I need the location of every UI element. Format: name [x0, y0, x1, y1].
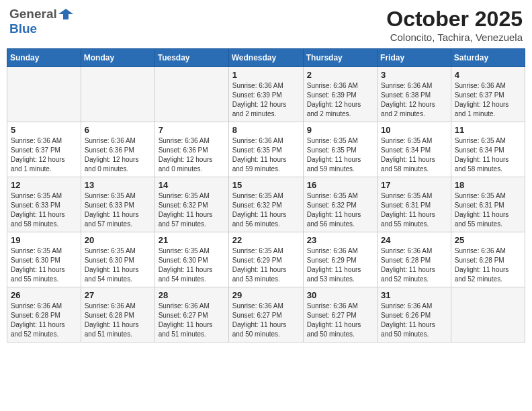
calendar-cell: 27Sunrise: 6:36 AM Sunset: 6:28 PM Dayli…: [81, 287, 154, 342]
day-info: Sunrise: 6:36 AM Sunset: 6:39 PM Dayligh…: [232, 82, 287, 118]
day-info: Sunrise: 6:36 AM Sunset: 6:27 PM Dayligh…: [307, 302, 361, 338]
day-number: 17: [381, 180, 447, 190]
day-info: Sunrise: 6:35 AM Sunset: 6:32 PM Dayligh…: [232, 192, 287, 228]
day-info: Sunrise: 6:35 AM Sunset: 6:33 PM Dayligh…: [85, 192, 139, 228]
day-number: 11: [455, 125, 521, 135]
day-info: Sunrise: 6:35 AM Sunset: 6:33 PM Dayligh…: [11, 192, 65, 228]
calendar-cell: 17Sunrise: 6:35 AM Sunset: 6:31 PM Dayli…: [378, 177, 451, 232]
day-info: Sunrise: 6:35 AM Sunset: 6:29 PM Dayligh…: [232, 247, 287, 283]
calendar-cell: 8Sunrise: 6:36 AM Sunset: 6:35 PM Daylig…: [228, 122, 303, 177]
calendar-cell: [154, 67, 228, 122]
logo: General Blue: [9, 7, 75, 36]
day-info: Sunrise: 6:36 AM Sunset: 6:28 PM Dayligh…: [11, 302, 65, 338]
days-of-week-row: SundayMondayTuesdayWednesdayThursdayFrid…: [7, 49, 525, 67]
calendar-cell: 3Sunrise: 6:36 AM Sunset: 6:38 PM Daylig…: [378, 67, 451, 122]
day-info: Sunrise: 6:35 AM Sunset: 6:31 PM Dayligh…: [381, 192, 435, 228]
location: Coloncito, Tachira, Venezuela: [386, 32, 523, 43]
day-number: 25: [455, 235, 521, 245]
day-of-week-header: Sunday: [7, 49, 81, 67]
day-info: Sunrise: 6:36 AM Sunset: 6:28 PM Dayligh…: [381, 247, 435, 283]
calendar-week-row: 5Sunrise: 6:36 AM Sunset: 6:37 PM Daylig…: [7, 122, 525, 177]
day-number: 30: [307, 290, 373, 300]
day-number: 19: [11, 235, 77, 245]
day-number: 29: [232, 290, 300, 300]
calendar-week-row: 1Sunrise: 6:36 AM Sunset: 6:39 PM Daylig…: [7, 67, 525, 122]
day-of-week-header: Wednesday: [228, 49, 303, 67]
day-number: 2: [307, 70, 373, 80]
day-number: 28: [159, 290, 225, 300]
calendar-cell: 29Sunrise: 6:36 AM Sunset: 6:27 PM Dayli…: [228, 287, 303, 342]
day-of-week-header: Tuesday: [154, 49, 228, 67]
calendar-cell: 9Sunrise: 6:35 AM Sunset: 6:35 PM Daylig…: [303, 122, 377, 177]
day-number: 1: [232, 70, 300, 80]
day-info: Sunrise: 6:35 AM Sunset: 6:32 PM Dayligh…: [159, 192, 213, 228]
svg-marker-0: [58, 9, 73, 19]
day-info: Sunrise: 6:36 AM Sunset: 6:36 PM Dayligh…: [85, 137, 139, 173]
calendar-cell: 16Sunrise: 6:35 AM Sunset: 6:32 PM Dayli…: [303, 177, 377, 232]
calendar-cell: 24Sunrise: 6:36 AM Sunset: 6:28 PM Dayli…: [378, 232, 451, 287]
day-number: 7: [159, 125, 225, 135]
calendar-cell: [81, 67, 154, 122]
calendar-week-row: 26Sunrise: 6:36 AM Sunset: 6:28 PM Dayli…: [7, 287, 525, 342]
day-info: Sunrise: 6:36 AM Sunset: 6:28 PM Dayligh…: [455, 247, 509, 283]
day-number: 23: [307, 235, 373, 245]
day-info: Sunrise: 6:35 AM Sunset: 6:30 PM Dayligh…: [159, 247, 213, 283]
day-info: Sunrise: 6:35 AM Sunset: 6:30 PM Dayligh…: [11, 247, 65, 283]
day-number: 14: [159, 180, 225, 190]
day-number: 18: [455, 180, 521, 190]
day-info: Sunrise: 6:36 AM Sunset: 6:27 PM Dayligh…: [232, 302, 287, 338]
calendar-cell: 10Sunrise: 6:35 AM Sunset: 6:34 PM Dayli…: [378, 122, 451, 177]
day-number: 21: [159, 235, 225, 245]
day-info: Sunrise: 6:35 AM Sunset: 6:34 PM Dayligh…: [455, 137, 509, 173]
calendar-cell: 5Sunrise: 6:36 AM Sunset: 6:37 PM Daylig…: [7, 122, 81, 177]
day-number: 20: [85, 235, 151, 245]
day-number: 10: [381, 125, 447, 135]
calendar-cell: 13Sunrise: 6:35 AM Sunset: 6:33 PM Dayli…: [81, 177, 154, 232]
day-info: Sunrise: 6:36 AM Sunset: 6:28 PM Dayligh…: [85, 302, 139, 338]
logo-bird-icon: [58, 7, 73, 21]
logo-blue-text: Blue: [9, 21, 37, 36]
day-number: 24: [381, 235, 447, 245]
calendar-cell: 12Sunrise: 6:35 AM Sunset: 6:33 PM Dayli…: [7, 177, 81, 232]
calendar-cell: 2Sunrise: 6:36 AM Sunset: 6:39 PM Daylig…: [303, 67, 377, 122]
day-info: Sunrise: 6:35 AM Sunset: 6:34 PM Dayligh…: [381, 137, 435, 173]
day-number: 8: [232, 125, 300, 135]
calendar-cell: 21Sunrise: 6:35 AM Sunset: 6:30 PM Dayli…: [154, 232, 228, 287]
calendar-body: 1Sunrise: 6:36 AM Sunset: 6:39 PM Daylig…: [7, 67, 525, 342]
month-title: October 2025: [386, 7, 523, 32]
day-number: 16: [307, 180, 373, 190]
calendar-cell: 14Sunrise: 6:35 AM Sunset: 6:32 PM Dayli…: [154, 177, 228, 232]
day-info: Sunrise: 6:35 AM Sunset: 6:32 PM Dayligh…: [307, 192, 361, 228]
day-info: Sunrise: 6:36 AM Sunset: 6:38 PM Dayligh…: [381, 82, 435, 118]
calendar-cell: [7, 67, 81, 122]
calendar-cell: 25Sunrise: 6:36 AM Sunset: 6:28 PM Dayli…: [451, 232, 525, 287]
title-area: October 2025 Coloncito, Tachira, Venezue…: [386, 7, 523, 43]
page-header: General Blue October 2025 Coloncito, Tac…: [7, 7, 525, 43]
day-info: Sunrise: 6:36 AM Sunset: 6:29 PM Dayligh…: [307, 247, 361, 283]
calendar-cell: 4Sunrise: 6:36 AM Sunset: 6:37 PM Daylig…: [451, 67, 525, 122]
day-number: 26: [11, 290, 77, 300]
day-of-week-header: Saturday: [451, 49, 525, 67]
day-number: 27: [85, 290, 151, 300]
calendar-cell: 18Sunrise: 6:35 AM Sunset: 6:31 PM Dayli…: [451, 177, 525, 232]
day-info: Sunrise: 6:35 AM Sunset: 6:30 PM Dayligh…: [85, 247, 139, 283]
day-number: 13: [85, 180, 151, 190]
day-of-week-header: Monday: [81, 49, 154, 67]
day-number: 4: [455, 70, 521, 80]
calendar-cell: 7Sunrise: 6:36 AM Sunset: 6:36 PM Daylig…: [154, 122, 228, 177]
day-info: Sunrise: 6:36 AM Sunset: 6:39 PM Dayligh…: [307, 82, 361, 118]
day-info: Sunrise: 6:36 AM Sunset: 6:35 PM Dayligh…: [232, 137, 287, 173]
day-number: 3: [381, 70, 447, 80]
day-number: 9: [307, 125, 373, 135]
calendar-cell: 20Sunrise: 6:35 AM Sunset: 6:30 PM Dayli…: [81, 232, 154, 287]
calendar-cell: 15Sunrise: 6:35 AM Sunset: 6:32 PM Dayli…: [228, 177, 303, 232]
day-info: Sunrise: 6:36 AM Sunset: 6:36 PM Dayligh…: [159, 137, 213, 173]
calendar-cell: 22Sunrise: 6:35 AM Sunset: 6:29 PM Dayli…: [228, 232, 303, 287]
calendar-week-row: 12Sunrise: 6:35 AM Sunset: 6:33 PM Dayli…: [7, 177, 525, 232]
day-number: 22: [232, 235, 300, 245]
day-number: 12: [11, 180, 77, 190]
calendar-cell: 26Sunrise: 6:36 AM Sunset: 6:28 PM Dayli…: [7, 287, 81, 342]
day-info: Sunrise: 6:36 AM Sunset: 6:27 PM Dayligh…: [159, 302, 213, 338]
day-info: Sunrise: 6:36 AM Sunset: 6:26 PM Dayligh…: [381, 302, 435, 338]
calendar-cell: 11Sunrise: 6:35 AM Sunset: 6:34 PM Dayli…: [451, 122, 525, 177]
